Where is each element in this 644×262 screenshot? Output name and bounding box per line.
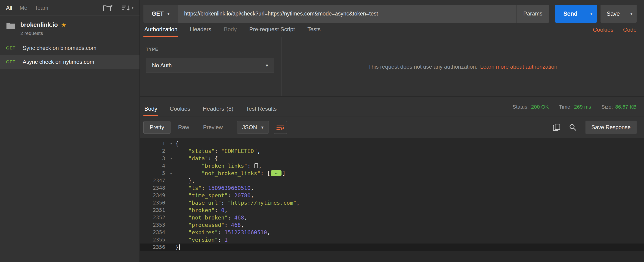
- code-line: 2353 "processed": 468,: [140, 221, 644, 229]
- text-wrap-icon: [276, 124, 284, 131]
- send-button-group: Send ▾: [555, 5, 597, 23]
- auth-type-value: No Auth: [152, 62, 172, 69]
- auth-type-label: TYPE: [146, 47, 281, 52]
- token: 1509639660510: [208, 185, 250, 191]
- code-line-text: {: [175, 140, 178, 147]
- token: 0: [221, 207, 224, 214]
- response-body-code[interactable]: 1▾{2 "status": "COMPLETED",3▾ "data": {4…: [140, 138, 644, 262]
- line-number: 1: [140, 140, 167, 147]
- tab-headers[interactable]: Headers: [189, 23, 212, 37]
- token: :: [224, 222, 231, 228]
- code-line-text: "ts": 1509639660510,: [175, 184, 254, 192]
- token: "broken_links": [202, 163, 247, 169]
- collection-request-count: 2 requests: [20, 30, 66, 36]
- search-icon: [569, 123, 577, 131]
- code-line-text: "processed": 468,: [175, 221, 244, 229]
- authorization-panel: TYPE No Auth ▾ This request does not use…: [140, 37, 644, 97]
- meta-value: 269 ms: [574, 104, 591, 110]
- line-number: 5: [140, 170, 167, 177]
- token: :: [215, 148, 221, 154]
- tab-pre-request-script[interactable]: Pre-request Script: [248, 23, 296, 37]
- token: ,: [296, 200, 300, 206]
- sidebar-tab-team[interactable]: Team: [35, 5, 48, 11]
- sidebar-header: AllMeTeam ▾: [0, 0, 140, 16]
- search-response-button[interactable]: [569, 123, 577, 131]
- tab-authorization[interactable]: Authorization: [144, 23, 178, 37]
- tab-label: Test Results: [246, 106, 277, 112]
- code-line-text: "not_broken": 468,: [175, 214, 247, 221]
- token: 468: [234, 214, 244, 221]
- send-button[interactable]: Send: [555, 5, 586, 23]
- tab-body[interactable]: Body: [223, 23, 238, 37]
- line-number: 3: [140, 155, 167, 162]
- token: "processed": [188, 222, 224, 228]
- auth-learn-more-link[interactable]: Learn more about authorization: [480, 63, 558, 70]
- code-line: 2354 "expires": 1512231660510,: [140, 229, 644, 236]
- response-meta-status: Status:200 OK: [512, 104, 549, 110]
- code-line: 2349 "time_spent": 20780,: [140, 192, 644, 199]
- collection-item[interactable]: brokenlink.io ★ 2 requests: [0, 16, 140, 41]
- method-select[interactable]: GET ▾: [144, 5, 178, 23]
- favorite-star-icon[interactable]: ★: [61, 22, 66, 28]
- request-name: Async check on nytimes.com: [23, 59, 94, 65]
- sort-button[interactable]: ▾: [121, 4, 134, 11]
- send-options-caret[interactable]: ▾: [586, 5, 597, 23]
- response-tab-test-results[interactable]: Test Results: [245, 102, 278, 116]
- token: :: [228, 214, 234, 221]
- view-mode-pretty[interactable]: Pretty: [144, 121, 170, 134]
- line-number: 2355: [140, 236, 167, 244]
- save-button[interactable]: Save: [600, 5, 626, 23]
- request-item[interactable]: GETSync check on binomads.com: [0, 41, 140, 55]
- line-number: 2348: [140, 184, 167, 192]
- save-options-caret[interactable]: ▾: [626, 5, 636, 23]
- token: ,: [241, 222, 244, 228]
- token: "ts": [188, 185, 202, 191]
- fold-toggle-icon[interactable]: ▾: [167, 155, 175, 162]
- collapsed-array-pill[interactable]: ⋯: [271, 170, 282, 176]
- auth-notice-column: This request does not use any authorizat…: [281, 37, 644, 96]
- line-number: 2: [140, 147, 167, 155]
- new-collection-button[interactable]: [103, 4, 113, 12]
- auth-notice-text: This request does not use any authorizat…: [368, 63, 478, 70]
- fold-toggle-icon[interactable]: ▾: [167, 140, 175, 147]
- sidebar-tab-all[interactable]: All: [6, 5, 12, 11]
- save-response-button[interactable]: Save Response: [586, 121, 636, 134]
- code-line: 2352 "not_broken": 468,: [140, 214, 644, 221]
- view-mode-raw[interactable]: Raw: [172, 121, 196, 134]
- response-tab-body[interactable]: Body: [144, 102, 158, 116]
- save-button-group: Save ▾: [600, 5, 636, 23]
- url-input[interactable]: [178, 5, 516, 23]
- token: 468: [231, 222, 241, 228]
- response-format-select[interactable]: JSON ▾: [237, 121, 269, 134]
- response-tab-headers[interactable]: Headers(8): [202, 102, 234, 116]
- params-button[interactable]: Params: [516, 5, 549, 23]
- token: }: [175, 244, 178, 251]
- chevron-down-icon: ▾: [266, 63, 268, 68]
- code-line-text: "broken": 0,: [175, 207, 228, 214]
- fold-toggle-icon[interactable]: ▸: [167, 170, 175, 177]
- token: ,: [244, 214, 247, 221]
- token: ,: [258, 163, 262, 169]
- token: :: [218, 237, 224, 243]
- wrap-text-button[interactable]: [274, 121, 287, 134]
- auth-type-select[interactable]: No Auth ▾: [146, 58, 274, 73]
- format-value: JSON: [242, 124, 257, 131]
- chevron-down-icon: ▾: [261, 125, 264, 130]
- code-link[interactable]: Code: [623, 26, 636, 33]
- sidebar-tab-me[interactable]: Me: [20, 5, 27, 11]
- token: : {: [208, 155, 218, 162]
- tab-tests[interactable]: Tests: [306, 23, 322, 37]
- meta-label: Status:: [512, 104, 529, 110]
- chevron-down-icon: ▾: [630, 11, 632, 16]
- line-number: 2356: [140, 244, 167, 251]
- line-number: 2349: [140, 192, 167, 199]
- request-item[interactable]: GETAsync check on nytimes.com: [0, 55, 140, 69]
- code-line: 2347 },: [140, 177, 644, 184]
- main-panel: GET ▾ Params Send ▾ Save ▾ Authorization…: [140, 0, 644, 262]
- copy-response-button[interactable]: [553, 123, 560, 131]
- cookies-link[interactable]: Cookies: [593, 26, 614, 33]
- response-tab-cookies[interactable]: Cookies: [169, 102, 191, 116]
- token: "base_url": [188, 200, 221, 206]
- code-line: 2 "status": "COMPLETED",: [140, 147, 644, 155]
- view-mode-preview[interactable]: Preview: [197, 121, 229, 134]
